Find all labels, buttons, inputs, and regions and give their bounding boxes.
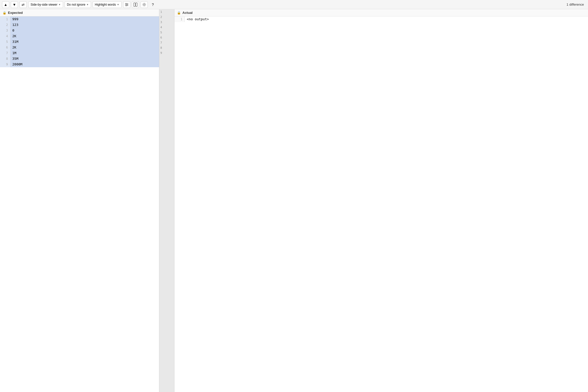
expected-line: 92000M <box>0 62 159 67</box>
columns-button[interactable] <box>132 1 139 8</box>
svg-point-8 <box>143 4 145 5</box>
svg-rect-7 <box>136 3 137 6</box>
expected-line-num: 2 <box>0 22 10 28</box>
gutter-line: 2 <box>159 14 174 19</box>
svg-point-4 <box>127 4 128 5</box>
gutter-line: 9 <box>159 50 174 55</box>
expected-line: 835M <box>0 56 159 62</box>
viewer-mode-label: Side-by-side viewer <box>31 3 57 6</box>
highlight-dropdown[interactable]: Highlight words ▼ <box>93 1 122 8</box>
gutter: 123456789 <box>159 9 174 392</box>
gutter-line: 7 <box>159 40 174 45</box>
expected-line-num: 3 <box>0 28 10 33</box>
expected-line-num: 4 <box>0 33 10 39</box>
filter-button[interactable] <box>123 1 130 8</box>
expected-title: Expected <box>8 11 23 15</box>
actual-title: Actual <box>182 11 193 15</box>
expected-line-num: 9 <box>0 62 10 67</box>
expected-line: 30 <box>0 28 159 33</box>
actual-line: 1<no output> <box>174 16 588 22</box>
gutter-line: 1 <box>159 9 174 14</box>
expected-line-content: 2K <box>10 45 159 50</box>
ignore-label: Do not ignore <box>67 3 85 6</box>
settings-button[interactable] <box>141 1 148 8</box>
expected-line: 531M <box>0 39 159 45</box>
expected-line: 71M <box>0 50 159 56</box>
actual-line-content: <no output> <box>185 16 588 22</box>
gutter-line: 6 <box>159 35 174 40</box>
toolbar: ▲ ▼ ⇄ Side-by-side viewer ▼ Do not ignor… <box>0 0 588 9</box>
expected-line-num: 8 <box>0 56 10 62</box>
expected-line-content: 999 <box>10 16 159 22</box>
expected-content[interactable]: 199921233042K531M62K71M835M92000M <box>0 16 159 392</box>
expected-line-content: 0 <box>10 28 159 33</box>
gutter-line: 8 <box>159 45 174 50</box>
gutter-line: 4 <box>159 25 174 30</box>
actual-line-num: 1 <box>174 16 185 22</box>
expected-line-num: 6 <box>0 45 10 50</box>
nav-next-button[interactable]: ▼ <box>11 1 18 8</box>
nav-swap-button[interactable]: ⇄ <box>19 1 27 8</box>
actual-header: 🔒 Actual <box>174 9 588 16</box>
expected-pane: 🔒 Expected 199921233042K531M62K71M835M92… <box>0 9 159 392</box>
viewer-mode-dropdown[interactable]: Side-by-side viewer ▼ <box>28 1 63 8</box>
svg-point-5 <box>126 5 126 6</box>
ignore-arrow: ▼ <box>86 3 89 6</box>
expected-line-num: 7 <box>0 50 10 56</box>
svg-point-3 <box>125 3 126 4</box>
expected-lock-icon: 🔒 <box>3 11 6 15</box>
expected-line: 62K <box>0 45 159 50</box>
expected-header: 🔒 Expected <box>0 9 159 16</box>
ignore-dropdown[interactable]: Do not ignore ▼ <box>65 1 91 8</box>
nav-prev-button[interactable]: ▲ <box>2 1 9 8</box>
expected-line-content: 31M <box>10 39 159 45</box>
actual-pane: 🔒 Actual 1<no output> <box>174 9 588 392</box>
expected-line: 1999 <box>0 16 159 22</box>
expected-line-content: 2K <box>10 33 159 39</box>
actual-content[interactable]: 1<no output> <box>174 16 588 392</box>
expected-line-content: 2000M <box>10 62 159 67</box>
actual-lock-icon: 🔒 <box>177 11 181 15</box>
expected-line: 42K <box>0 33 159 39</box>
viewer-mode-arrow: ▼ <box>58 3 61 6</box>
gutter-line: 3 <box>159 19 174 25</box>
expected-line-content: 1M <box>10 50 159 56</box>
expected-line-content: 123 <box>10 22 159 28</box>
expected-line-num: 1 <box>0 16 10 22</box>
highlight-label: Highlight words <box>95 3 116 6</box>
expected-line-num: 5 <box>0 39 10 45</box>
help-icon: ? <box>152 3 154 7</box>
diff-count: 1 difference <box>566 3 586 6</box>
gutter-line: 5 <box>159 30 174 35</box>
help-button[interactable]: ? <box>149 1 156 8</box>
highlight-arrow: ▼ <box>117 3 119 6</box>
expected-line: 2123 <box>0 22 159 28</box>
expected-line-content: 35M <box>10 56 159 62</box>
svg-rect-6 <box>134 3 135 6</box>
diff-container: 🔒 Expected 199921233042K531M62K71M835M92… <box>0 9 588 392</box>
